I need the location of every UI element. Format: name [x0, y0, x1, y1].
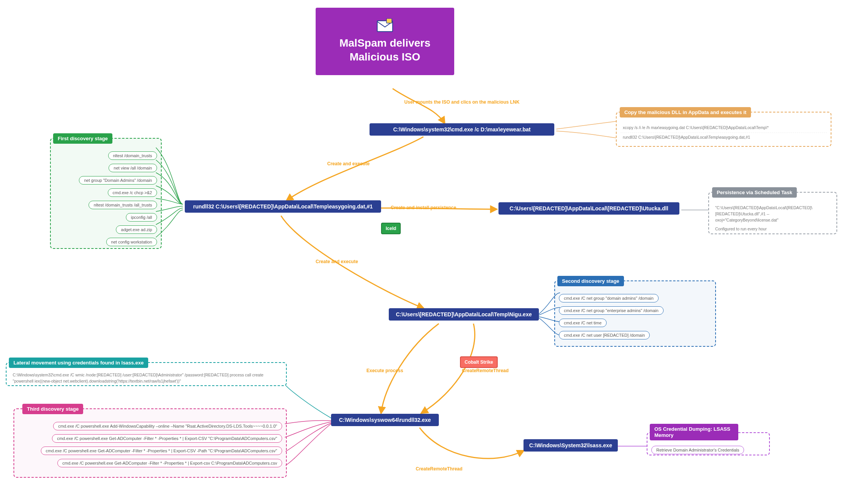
first-discovery-item-6: adget.exe ad.zip: [116, 225, 157, 234]
first-discovery-item-3: cmd.exe /c chcp >&2: [108, 188, 157, 197]
first-discovery-item-7: net config workstation: [106, 238, 157, 246]
group-third-discovery-title: Third discovery stage: [22, 404, 83, 414]
group-cred-dump-title: OS Credential Dumping: LSASS Memory: [650, 424, 738, 440]
node-lsass[interactable]: C:\Windows\System32\lsass.exe: [523, 439, 618, 452]
persistence-line1: "C:\Users\[REDACTED]\AppData\Local\[REDA…: [713, 203, 833, 225]
first-discovery-item-4: nltest /domain_trusts /all_trusts: [89, 201, 157, 209]
node-cmd-bat[interactable]: C:\Windows\system32\cmd.exe /c D:\max\ey…: [370, 123, 554, 136]
badge-iceid: IceId: [381, 223, 401, 234]
group-second-discovery-title: Second discovery stage: [557, 276, 624, 286]
persistence-line2: Configured to run every hour: [713, 225, 833, 234]
group-second-discovery: cmd.exe /C net group "domain admins" /do…: [554, 280, 716, 347]
svg-rect-1: [386, 18, 392, 23]
third-discovery-item-3: cmd.exe /C powershell.exe Get-ADComputer…: [57, 459, 282, 467]
second-discovery-item-1: cmd.exe /C net group "enterprise admins"…: [559, 306, 664, 315]
badge-cobalt: Cobalt Strike: [460, 356, 498, 368]
edge-label-persistence: Create and install persistence: [391, 205, 456, 210]
second-discovery-item-3: cmd.exe /C net user [REDACTED] /domain: [559, 331, 650, 339]
third-discovery-item-2: cmd.exe /C powershell.exe Get-ADComputer…: [41, 447, 282, 455]
group-first-discovery: nltest /domain_trusts net view /all /dom…: [50, 138, 162, 249]
edge-label-createremotethread-2: CreateRemoteThread: [416, 466, 462, 472]
cred-dump-text: Retrieve Domain Administrator's Credenti…: [651, 446, 744, 454]
edge-label-mount: User mounts the ISO and clics on the mal…: [400, 99, 523, 105]
copy-dll-item-0: xcopy /s /i /e /h max\easygoing.dat C:\U…: [620, 123, 827, 133]
first-discovery-item-2: net group "Domain Admins" /domain: [79, 176, 157, 185]
root-title-line2: Malicious ISO: [334, 50, 436, 64]
edge-label-create-execute-1: Create and execute: [327, 161, 370, 166]
first-discovery-item-0: nltest /domain_trusts: [108, 151, 157, 160]
root-title-line1: MalSpam delivers: [334, 36, 436, 50]
edge-label-createremotethread-1: CreateRemoteThread: [462, 368, 508, 373]
group-persistence-title: Persistence via Scheduled Task: [712, 187, 797, 198]
lateral-text: C:\Windows\system32\cmd.exe /C wmic /nod…: [10, 371, 282, 386]
group-persistence: "C:\Users\[REDACTED]\AppData\Local\[REDA…: [708, 192, 837, 234]
node-utucka[interactable]: C:\Users\[REDACTED]\AppData\Local\[REDAC…: [498, 202, 679, 215]
first-discovery-item-5: ipconfig /all: [126, 213, 157, 222]
root-node[interactable]: MalSpam delivers Malicious ISO: [316, 8, 454, 75]
third-discovery-item-0: cmd.exe /C powershell.exe Add-WindowsCap…: [53, 422, 282, 430]
third-discovery-list: cmd.exe /C powershell.exe Add-WindowsCap…: [18, 420, 282, 469]
first-discovery-item-1: net view /all /domain: [109, 164, 157, 172]
edge-label-create-execute-2: Create and execute: [316, 259, 358, 264]
node-syswow-rundll[interactable]: C:\Windows\syswow64\rundll32.exe: [331, 414, 439, 426]
edge-label-execute-process: Execute process: [366, 368, 403, 373]
first-discovery-list: nltest /domain_trusts net view /all /dom…: [55, 149, 157, 248]
second-discovery-list: cmd.exe /C net group "domain admins" /do…: [559, 292, 711, 341]
node-nigu[interactable]: C:\Users\[REDACTED]\AppData\Local\Temp\N…: [389, 308, 539, 321]
node-rundll-easygoing[interactable]: rundll32 C:\Users\[REDACTED]\AppData\Loc…: [185, 200, 381, 213]
mail-icon: [376, 18, 393, 32]
copy-dll-item-1: rundll32 C:\Users\[REDACTED]\AppData\Loc…: [620, 133, 827, 142]
group-first-discovery-title: First discovery stage: [53, 133, 112, 144]
group-copy-dll-title: Copy the malicious DLL in AppData and ex…: [620, 107, 751, 118]
group-third-discovery: cmd.exe /C powershell.exe Add-WindowsCap…: [13, 408, 287, 478]
third-discovery-item-1: cmd.exe /C powershell.exe Get-ADComputer…: [52, 434, 282, 443]
second-discovery-item-2: cmd.exe /C net time: [559, 319, 607, 327]
group-lateral-title: Lateral movement using credentials found…: [9, 358, 148, 368]
second-discovery-item-0: cmd.exe /C net group "domain admins" /do…: [559, 294, 659, 302]
